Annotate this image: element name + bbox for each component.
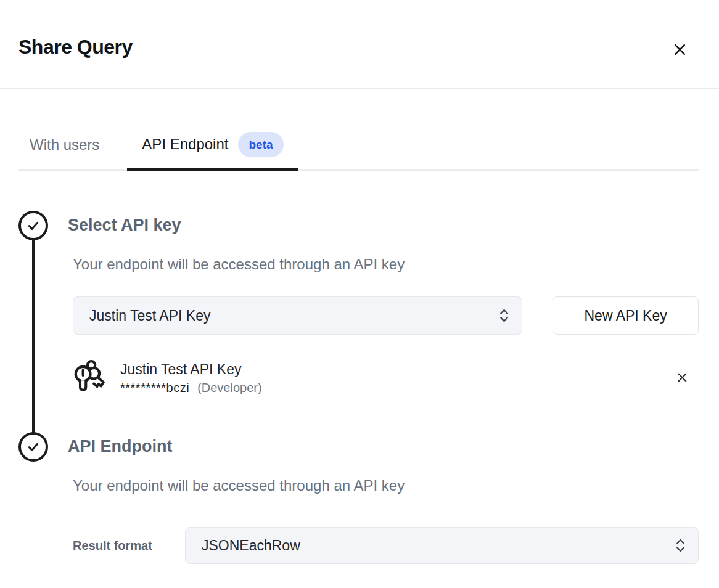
api-key-controls-row: Justin Test API Key New API Key — [73, 296, 699, 335]
new-api-key-button[interactable]: New API Key — [553, 296, 699, 335]
result-format-label: Result format — [73, 539, 185, 553]
selected-key-row: Justin Test API Key *********bczi (Devel… — [73, 359, 699, 395]
modal-header: Share Query — [0, 0, 719, 89]
result-format-select-value: JSONEachRow — [202, 537, 300, 554]
remove-key-button[interactable] — [674, 369, 690, 385]
selected-key-name: Justin Test API Key — [120, 360, 262, 378]
step1-subtitle: Your endpoint will be accessed through a… — [73, 255, 699, 273]
stepper-connector-line — [32, 239, 35, 436]
selected-key-masked-secret: *********bczi — [120, 381, 189, 395]
chevron-updown-icon — [675, 537, 686, 553]
tab-with-users-label: With users — [30, 136, 99, 153]
api-key-select-value: Justin Test API Key — [89, 308, 210, 324]
check-icon — [23, 216, 43, 235]
selected-key-role: (Developer) — [197, 381, 261, 395]
tab-with-users[interactable]: With users — [18, 120, 110, 169]
step2-subtitle: Your endpoint will be accessed through a… — [73, 476, 699, 494]
close-icon — [676, 372, 688, 383]
step1-status-circle — [18, 211, 48, 240]
tab-api-endpoint-label: API Endpoint — [142, 136, 228, 153]
beta-badge: beta — [238, 132, 283, 157]
step2-title: API Endpoint — [68, 435, 699, 458]
step1-title: Select API key — [68, 171, 699, 237]
selected-key-meta: *********bczi (Developer) — [120, 381, 262, 395]
selected-key-info: Justin Test API Key *********bczi (Devel… — [120, 360, 262, 395]
close-button[interactable] — [671, 41, 688, 58]
page-title: Share Query — [18, 36, 133, 59]
result-format-row: Result format JSONEachRow — [73, 527, 699, 564]
result-format-select[interactable]: JSONEachRow — [185, 527, 699, 564]
api-key-select[interactable]: Justin Test API Key — [73, 296, 522, 335]
tab-api-endpoint[interactable]: API Endpoint beta — [127, 120, 298, 171]
tab-bar: With users API Endpoint beta — [18, 120, 699, 171]
check-icon — [23, 437, 43, 457]
step2-status-circle — [18, 432, 48, 462]
close-icon — [673, 43, 687, 57]
steps-container: Select API key Your endpoint will be acc… — [0, 171, 719, 564]
keys-icon — [73, 359, 106, 395]
chevron-updown-icon — [499, 308, 509, 324]
